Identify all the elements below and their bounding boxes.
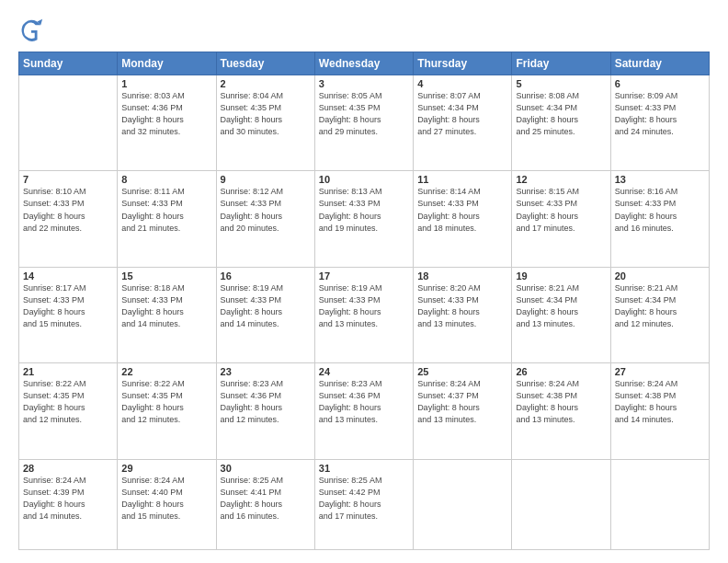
day-number: 1 — [121, 78, 211, 89]
day-number: 10 — [319, 174, 409, 185]
day-info: Sunrise: 8:21 AM Sunset: 4:34 PM Dayligh… — [516, 282, 606, 330]
day-info: Sunrise: 8:25 AM Sunset: 4:41 PM Dayligh… — [221, 475, 311, 523]
day-number: 16 — [221, 270, 311, 282]
day-number: 12 — [516, 174, 606, 185]
day-cell: 15Sunrise: 8:18 AM Sunset: 4:33 PM Dayli… — [118, 267, 216, 362]
day-number: 6 — [615, 78, 705, 89]
day-info: Sunrise: 8:24 AM Sunset: 4:39 PM Dayligh… — [23, 475, 113, 523]
week-row-3: 14Sunrise: 8:17 AM Sunset: 4:33 PM Dayli… — [19, 267, 710, 362]
day-number: 23 — [221, 366, 311, 377]
day-info: Sunrise: 8:07 AM Sunset: 4:34 PM Dayligh… — [417, 90, 507, 138]
day-number: 2 — [221, 78, 311, 89]
day-cell: 29Sunrise: 8:24 AM Sunset: 4:40 PM Dayli… — [118, 459, 216, 549]
day-info: Sunrise: 8:05 AM Sunset: 4:35 PM Dayligh… — [319, 90, 409, 138]
day-number: 13 — [615, 174, 705, 185]
day-number: 30 — [221, 463, 311, 474]
day-number: 9 — [221, 174, 311, 185]
day-number: 21 — [23, 366, 113, 377]
day-cell: 1Sunrise: 8:03 AM Sunset: 4:36 PM Daylig… — [118, 75, 216, 171]
day-cell: 6Sunrise: 8:09 AM Sunset: 4:33 PM Daylig… — [610, 75, 709, 171]
day-cell: 24Sunrise: 8:23 AM Sunset: 4:36 PM Dayli… — [314, 363, 413, 459]
day-info: Sunrise: 8:23 AM Sunset: 4:36 PM Dayligh… — [221, 378, 311, 426]
logo-icon — [18, 17, 44, 42]
day-cell: 23Sunrise: 8:23 AM Sunset: 4:36 PM Dayli… — [216, 363, 314, 459]
day-cell: 30Sunrise: 8:25 AM Sunset: 4:41 PM Dayli… — [216, 459, 314, 549]
day-cell — [19, 75, 118, 171]
logo — [18, 17, 50, 42]
day-info: Sunrise: 8:22 AM Sunset: 4:35 PM Dayligh… — [23, 378, 113, 426]
week-row-2: 7Sunrise: 8:10 AM Sunset: 4:33 PM Daylig… — [19, 171, 710, 267]
day-cell: 13Sunrise: 8:16 AM Sunset: 4:33 PM Dayli… — [610, 171, 709, 267]
day-number: 17 — [319, 270, 409, 282]
col-header-sunday: Sunday — [19, 52, 118, 75]
week-row-5: 28Sunrise: 8:24 AM Sunset: 4:39 PM Dayli… — [19, 459, 710, 549]
day-info: Sunrise: 8:23 AM Sunset: 4:36 PM Dayligh… — [319, 378, 409, 426]
day-info: Sunrise: 8:24 AM Sunset: 4:37 PM Dayligh… — [417, 378, 507, 426]
day-info: Sunrise: 8:16 AM Sunset: 4:33 PM Dayligh… — [615, 186, 705, 234]
col-header-saturday: Saturday — [610, 52, 709, 75]
day-cell: 12Sunrise: 8:15 AM Sunset: 4:33 PM Dayli… — [512, 171, 610, 267]
col-header-tuesday: Tuesday — [216, 52, 314, 75]
day-info: Sunrise: 8:25 AM Sunset: 4:42 PM Dayligh… — [319, 475, 409, 523]
day-info: Sunrise: 8:22 AM Sunset: 4:35 PM Dayligh… — [121, 378, 211, 426]
day-number: 27 — [615, 366, 705, 377]
page: SundayMondayTuesdayWednesdayThursdayFrid… — [0, 0, 728, 563]
day-info: Sunrise: 8:20 AM Sunset: 4:33 PM Dayligh… — [417, 282, 507, 330]
day-cell: 31Sunrise: 8:25 AM Sunset: 4:42 PM Dayli… — [314, 459, 413, 549]
day-cell: 8Sunrise: 8:11 AM Sunset: 4:33 PM Daylig… — [118, 171, 216, 267]
col-header-friday: Friday — [512, 52, 610, 75]
day-number: 31 — [319, 463, 409, 474]
day-info: Sunrise: 8:03 AM Sunset: 4:36 PM Dayligh… — [121, 90, 211, 138]
day-info: Sunrise: 8:13 AM Sunset: 4:33 PM Dayligh… — [319, 186, 409, 234]
week-row-1: 1Sunrise: 8:03 AM Sunset: 4:36 PM Daylig… — [19, 75, 710, 171]
day-cell: 3Sunrise: 8:05 AM Sunset: 4:35 PM Daylig… — [314, 75, 413, 171]
day-number: 11 — [417, 174, 507, 185]
day-info: Sunrise: 8:04 AM Sunset: 4:35 PM Dayligh… — [221, 90, 311, 138]
day-info: Sunrise: 8:10 AM Sunset: 4:33 PM Dayligh… — [23, 186, 113, 234]
day-number: 14 — [23, 270, 113, 282]
day-info: Sunrise: 8:12 AM Sunset: 4:33 PM Dayligh… — [221, 186, 311, 234]
day-cell: 25Sunrise: 8:24 AM Sunset: 4:37 PM Dayli… — [414, 363, 512, 459]
day-cell: 20Sunrise: 8:21 AM Sunset: 4:34 PM Dayli… — [610, 267, 709, 362]
day-cell: 10Sunrise: 8:13 AM Sunset: 4:33 PM Dayli… — [314, 171, 413, 267]
header-row: SundayMondayTuesdayWednesdayThursdayFrid… — [19, 52, 710, 75]
day-cell: 4Sunrise: 8:07 AM Sunset: 4:34 PM Daylig… — [414, 75, 512, 171]
col-header-thursday: Thursday — [414, 52, 512, 75]
day-cell: 9Sunrise: 8:12 AM Sunset: 4:33 PM Daylig… — [216, 171, 314, 267]
day-info: Sunrise: 8:19 AM Sunset: 4:33 PM Dayligh… — [319, 282, 409, 330]
day-info: Sunrise: 8:08 AM Sunset: 4:34 PM Dayligh… — [516, 90, 606, 138]
calendar-table: SundayMondayTuesdayWednesdayThursdayFrid… — [18, 52, 710, 550]
day-number: 18 — [417, 270, 507, 282]
day-number: 29 — [121, 463, 211, 474]
day-number: 24 — [319, 366, 409, 377]
day-cell — [610, 459, 709, 549]
day-info: Sunrise: 8:17 AM Sunset: 4:33 PM Dayligh… — [23, 282, 113, 330]
day-number: 22 — [121, 366, 211, 377]
week-row-4: 21Sunrise: 8:22 AM Sunset: 4:35 PM Dayli… — [19, 363, 710, 459]
day-cell: 2Sunrise: 8:04 AM Sunset: 4:35 PM Daylig… — [216, 75, 314, 171]
day-number: 19 — [516, 270, 606, 282]
day-cell: 14Sunrise: 8:17 AM Sunset: 4:33 PM Dayli… — [19, 267, 118, 362]
day-number: 8 — [121, 174, 211, 185]
day-number: 7 — [23, 174, 113, 185]
day-cell: 11Sunrise: 8:14 AM Sunset: 4:33 PM Dayli… — [414, 171, 512, 267]
day-cell: 26Sunrise: 8:24 AM Sunset: 4:38 PM Dayli… — [512, 363, 610, 459]
day-number: 28 — [23, 463, 113, 474]
col-header-wednesday: Wednesday — [314, 52, 413, 75]
day-number: 26 — [516, 366, 606, 377]
day-cell: 28Sunrise: 8:24 AM Sunset: 4:39 PM Dayli… — [19, 459, 118, 549]
day-info: Sunrise: 8:24 AM Sunset: 4:38 PM Dayligh… — [516, 378, 606, 426]
day-number: 15 — [121, 270, 211, 282]
day-info: Sunrise: 8:11 AM Sunset: 4:33 PM Dayligh… — [121, 186, 211, 234]
day-info: Sunrise: 8:15 AM Sunset: 4:33 PM Dayligh… — [516, 186, 606, 234]
day-cell: 19Sunrise: 8:21 AM Sunset: 4:34 PM Dayli… — [512, 267, 610, 362]
day-number: 4 — [417, 78, 507, 89]
day-info: Sunrise: 8:19 AM Sunset: 4:33 PM Dayligh… — [221, 282, 311, 330]
day-info: Sunrise: 8:24 AM Sunset: 4:40 PM Dayligh… — [121, 475, 211, 523]
day-info: Sunrise: 8:21 AM Sunset: 4:34 PM Dayligh… — [615, 282, 705, 330]
day-info: Sunrise: 8:14 AM Sunset: 4:33 PM Dayligh… — [417, 186, 507, 234]
day-cell: 16Sunrise: 8:19 AM Sunset: 4:33 PM Dayli… — [216, 267, 314, 362]
day-cell: 17Sunrise: 8:19 AM Sunset: 4:33 PM Dayli… — [314, 267, 413, 362]
day-info: Sunrise: 8:09 AM Sunset: 4:33 PM Dayligh… — [615, 90, 705, 138]
day-info: Sunrise: 8:18 AM Sunset: 4:33 PM Dayligh… — [121, 282, 211, 330]
